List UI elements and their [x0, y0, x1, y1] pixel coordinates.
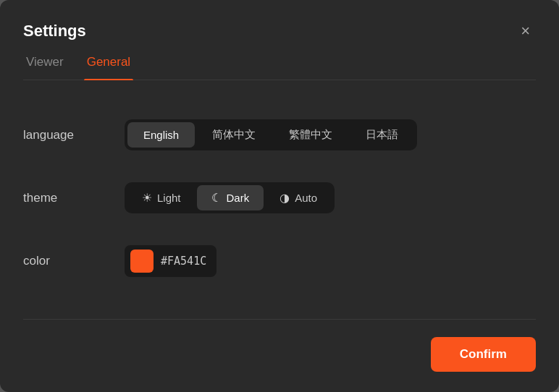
divider	[23, 319, 536, 320]
modal-title: Settings	[23, 22, 86, 41]
language-row: language English 简体中文 繁體中文 日本語	[23, 103, 536, 166]
lang-japanese[interactable]: 日本語	[350, 122, 414, 148]
modal-footer: Confirm	[23, 334, 536, 372]
lang-traditional-chinese[interactable]: 繁體中文	[273, 122, 348, 148]
settings-modal: Settings × Viewer General language Engli…	[0, 0, 559, 392]
tab-general[interactable]: General	[84, 48, 133, 80]
theme-label: theme	[23, 191, 125, 205]
lang-simplified-chinese[interactable]: 简体中文	[196, 122, 272, 148]
tab-viewer[interactable]: Viewer	[23, 48, 67, 80]
theme-light[interactable]: ☀ Light	[127, 185, 196, 210]
color-swatch	[130, 250, 154, 273]
modal-header: Settings ×	[23, 20, 536, 42]
confirm-button[interactable]: Confirm	[431, 337, 536, 372]
theme-row: theme ☀ Light ☾ Dark ◑ Auto	[23, 166, 536, 229]
color-hex-value: #FA541C	[161, 255, 206, 268]
color-row: color #FA541C	[23, 229, 536, 293]
theme-auto[interactable]: ◑ Auto	[265, 185, 332, 210]
color-input-group[interactable]: #FA541C	[125, 245, 217, 277]
tabs-container: Viewer General	[23, 48, 536, 80]
color-label: color	[23, 254, 125, 268]
auto-icon: ◑	[280, 191, 290, 205]
language-label: language	[23, 128, 125, 142]
settings-content: language English 简体中文 繁體中文 日本語 theme	[23, 103, 536, 313]
sun-icon: ☀	[142, 191, 152, 205]
language-group: English 简体中文 繁體中文 日本語	[125, 119, 417, 150]
theme-dark[interactable]: ☾ Dark	[197, 185, 264, 210]
moon-icon: ☾	[211, 191, 222, 205]
close-button[interactable]: ×	[515, 20, 536, 42]
theme-group: ☀ Light ☾ Dark ◑ Auto	[125, 182, 335, 213]
lang-english[interactable]: English	[127, 122, 195, 148]
